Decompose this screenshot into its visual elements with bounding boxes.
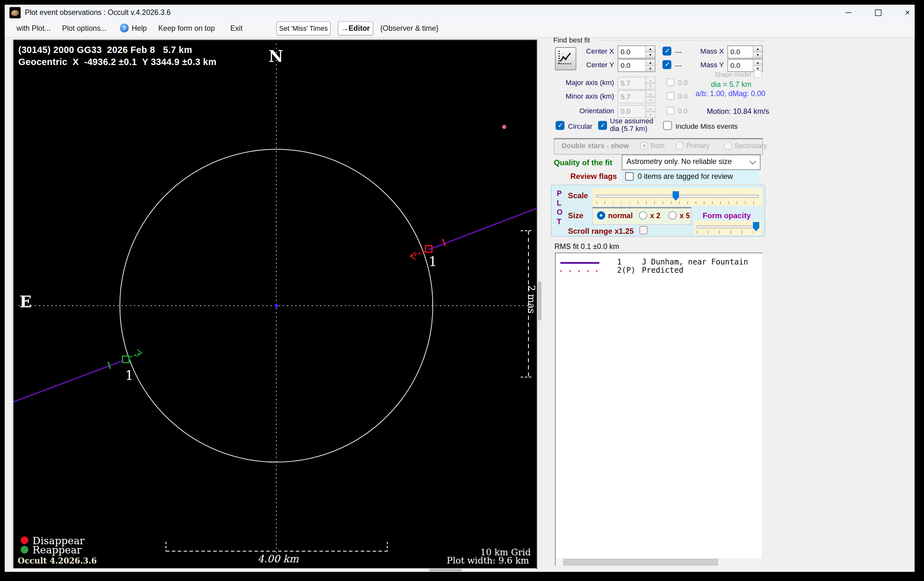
main-window: Plot event observations : Occult v.4.202… <box>5 5 914 572</box>
major-axis-field: 5.7 <box>617 77 655 90</box>
include-miss-events-checkbox[interactable] <box>663 121 672 130</box>
minimize-icon[interactable] <box>840 5 857 21</box>
reappear-marker <box>122 356 129 362</box>
observation-row-1-id[interactable]: 1 <box>617 257 622 266</box>
use-assumed-dia-checkbox[interactable] <box>598 121 607 130</box>
size-normal-label: normal <box>608 212 633 220</box>
observation-row-1-name[interactable]: J Dunham, near Fountain <box>642 257 748 266</box>
shape-model-label: Shape model <box>705 71 751 78</box>
form-opacity-slider[interactable] <box>694 221 762 235</box>
double-stars-both-label: Both <box>651 142 665 149</box>
scale-slider[interactable] <box>593 188 762 206</box>
title-bar[interactable]: Plot event observations : Occult v.4.202… <box>5 5 914 21</box>
form-opacity-ticks <box>697 231 759 234</box>
mass-y-spinner[interactable] <box>753 59 762 71</box>
set-miss-times-button[interactable]: Set 'Miss' Times <box>276 21 331 36</box>
major-axis-err-checkbox <box>667 78 674 86</box>
chord-label-disappear: 1 <box>429 254 437 269</box>
list-horizontal-scrollbar[interactable] <box>556 558 762 565</box>
find-best-fit-group-label: Find best fit <box>553 36 590 44</box>
plot-vscroll-thumb[interactable] <box>538 281 541 321</box>
form-opacity-groove <box>697 225 759 228</box>
size-x5-label: x 5 <box>680 212 690 220</box>
plot-vertical-l: L <box>557 199 561 207</box>
plot-hscroll-thumb[interactable] <box>429 569 462 571</box>
disappear-error-tick <box>443 239 445 246</box>
chevron-down-icon <box>749 158 756 164</box>
plot-vertical-scrollbar[interactable] <box>537 40 542 568</box>
shape-model-checkbox[interactable] <box>754 70 762 78</box>
predicted-swatch <box>560 270 602 272</box>
scroll-range-checkbox[interactable] <box>639 226 648 234</box>
double-stars-primary-radio <box>676 142 684 150</box>
observations-listbox[interactable]: 1 J Dunham, near Fountain 2(P) Predicted <box>555 252 763 566</box>
maximize-icon[interactable] <box>869 5 887 21</box>
center-x-label: Center X <box>555 47 614 56</box>
center-y-spinner[interactable] <box>645 59 655 71</box>
predicted-chord-dot <box>502 125 507 129</box>
chord-1-post-occultation <box>14 360 124 402</box>
plot-horizontal-scrollbar[interactable] <box>13 568 536 572</box>
occultation-plot-canvas[interactable]: (30145) 2000 GG33 2026 Feb 8 5.7 km Geoc… <box>13 40 537 569</box>
minor-axis-value: 5.7 <box>620 92 630 101</box>
size-x2-radio[interactable] <box>639 211 647 219</box>
minor-axis-err: 0.0 <box>678 92 688 100</box>
center-x-value: 0.0 <box>620 48 630 56</box>
center-x-spinner[interactable] <box>645 46 655 58</box>
close-icon[interactable] <box>899 5 916 21</box>
mass-x-field[interactable]: 0.0 <box>728 45 763 58</box>
mass-y-label: Mass Y <box>665 61 724 69</box>
include-miss-events-label: Include Miss events <box>676 122 738 130</box>
observer-time-label: {Observer & time} <box>380 24 439 32</box>
observation-row-2-id[interactable]: 2(P) <box>617 265 635 274</box>
scale-label: Scale <box>568 191 588 200</box>
reappear-legend-label: Reappear <box>32 544 82 556</box>
orientation-err: 0.0 <box>678 107 688 115</box>
double-stars-secondary-label: Secondary <box>734 142 767 149</box>
ab-dmag-label: a/b: 1.00, dMag: 0.00 <box>696 90 766 98</box>
menu-help[interactable]: Help <box>132 24 147 32</box>
plot-version-label: Occult 4.2026.3.6 <box>18 556 97 565</box>
km-scale-label: 4.00 km <box>248 553 307 565</box>
review-flags-checkbox[interactable] <box>625 172 634 181</box>
form-opacity-thumb[interactable] <box>753 222 759 232</box>
mass-x-spinner[interactable] <box>753 46 762 58</box>
disappear-arrow <box>410 252 416 260</box>
application-root: Plot event observations : Occult v.4.202… <box>0 0 924 581</box>
quality-of-fit-select[interactable]: Astrometry only. No reliable size <box>622 155 760 170</box>
scale-slider-ticks <box>596 201 759 204</box>
circular-checkbox[interactable] <box>556 121 564 130</box>
minor-axis-spinner <box>645 91 655 103</box>
center-x-field[interactable]: 0.0 <box>617 45 655 58</box>
size-normal-radio[interactable] <box>597 211 605 219</box>
menu-bar: with Plot... Plot options... Help Keep f… <box>5 21 914 38</box>
observation-row-2-name[interactable]: Predicted <box>642 265 683 274</box>
mass-x-value: 0.0 <box>731 48 740 56</box>
orientation-spinner <box>645 105 655 117</box>
center-y-label: Center Y <box>555 61 614 69</box>
list-hscroll-thumb[interactable] <box>563 559 718 565</box>
menu-with-plot[interactable]: with Plot... <box>16 24 50 32</box>
scale-slider-thumb[interactable] <box>672 191 679 201</box>
mas-scale-label: 2 mas <box>526 285 536 314</box>
center-y-field[interactable]: 0.0 <box>617 59 655 72</box>
minor-axis-err-checkbox <box>667 92 674 100</box>
double-stars-both-radio <box>640 142 648 150</box>
help-icon[interactable] <box>120 23 129 32</box>
plot-vertical-p: P <box>557 189 562 198</box>
mass-x-label: Mass X <box>665 47 724 56</box>
menu-keep-on-top[interactable]: Keep form on top <box>158 24 215 32</box>
scroll-range-label: Scroll range x1.25 <box>568 227 634 235</box>
review-flags-text: 0 items are tagged for review <box>638 172 733 181</box>
review-flags-panel: 0 items are tagged for review <box>622 170 759 184</box>
chord-label-reappear: 1 <box>125 368 133 383</box>
window-title: Plot event observations : Occult v.4.202… <box>25 8 171 16</box>
center-marker <box>274 304 278 308</box>
orientation-err-checkbox <box>667 107 674 115</box>
menu-plot-options[interactable]: Plot options... <box>62 24 107 32</box>
double-stars-label: Double stars - show <box>562 142 629 150</box>
size-x5-radio[interactable] <box>668 211 676 219</box>
menu-exit[interactable]: Exit <box>230 24 243 32</box>
editor-button[interactable]: →Editor <box>338 21 373 36</box>
major-axis-err: 0.0 <box>678 78 688 87</box>
